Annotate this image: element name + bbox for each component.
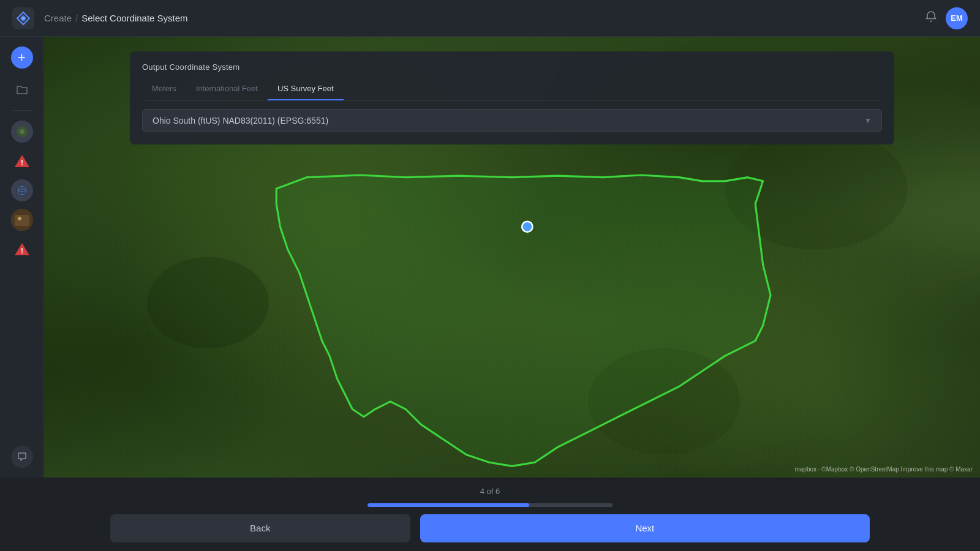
dropdown-value: Ohio South (ftUS) NAD83(2011) (EPSG:6551… [153,116,328,126]
sidebar-project2-avatar[interactable] [11,179,33,201]
chat-icon[interactable] [11,446,33,468]
progress-bar-fill [368,503,529,507]
app-logo[interactable] [12,7,34,29]
progress-label: 4 of 6 [480,487,500,496]
progress-bar [368,503,612,507]
svg-point-1 [21,17,25,20]
header-right: EM [925,7,968,29]
panel-title: Output Coordinate System [142,62,882,72]
breadcrumb-current: Select Coordinate System [81,13,187,23]
footer-buttons: Back Next [61,514,919,542]
back-button[interactable]: Back [110,514,410,542]
folder-icon[interactable] [11,78,33,100]
sidebar-bottom [11,446,33,468]
tab-international-feet[interactable]: International Feet [186,80,268,100]
user-avatar[interactable]: EM [946,7,968,29]
sidebar: + ! [0,37,44,478]
main-layout: + ! [0,37,980,478]
sidebar-warning1[interactable]: ! [11,150,33,172]
sidebar-warning2[interactable]: ! [11,238,33,260]
footer: 4 of 6 Back Next [0,478,980,551]
add-button[interactable]: + [11,47,33,69]
coordinate-panel: Output Coordinate System Meters Internat… [130,51,894,144]
next-button[interactable]: Next [420,514,870,542]
sidebar-divider [12,110,32,111]
map-attribution: mapbox · ©Mapbox © OpenStreetMap Improve… [794,466,973,473]
map-area[interactable]: Output Coordinate System Meters Internat… [44,37,980,478]
svg-point-12 [147,257,269,348]
breadcrumb: Create / Select Coordinate System [44,13,188,23]
tab-meters[interactable]: Meters [142,80,186,100]
panel-tabs: Meters International Feet US Survey Feet [142,80,882,100]
svg-point-3 [20,129,24,134]
svg-point-16 [522,222,532,232]
svg-rect-9 [15,215,29,226]
notification-bell-icon[interactable] [925,10,937,26]
sidebar-project1-avatar[interactable] [11,121,33,143]
coordinate-dropdown[interactable]: Ohio South (ftUS) NAD83(2011) (EPSG:6551… [142,109,882,132]
breadcrumb-create[interactable]: Create [44,13,72,23]
header: Create / Select Coordinate System EM [0,0,980,37]
tab-us-survey-feet[interactable]: US Survey Feet [268,80,344,100]
sidebar-project3-avatar[interactable] [11,209,33,231]
breadcrumb-separator: / [75,13,78,23]
svg-point-10 [18,217,21,220]
svg-text:!: ! [21,247,23,255]
svg-text:!: ! [21,159,23,167]
dropdown-arrow-icon: ▼ [864,116,872,125]
